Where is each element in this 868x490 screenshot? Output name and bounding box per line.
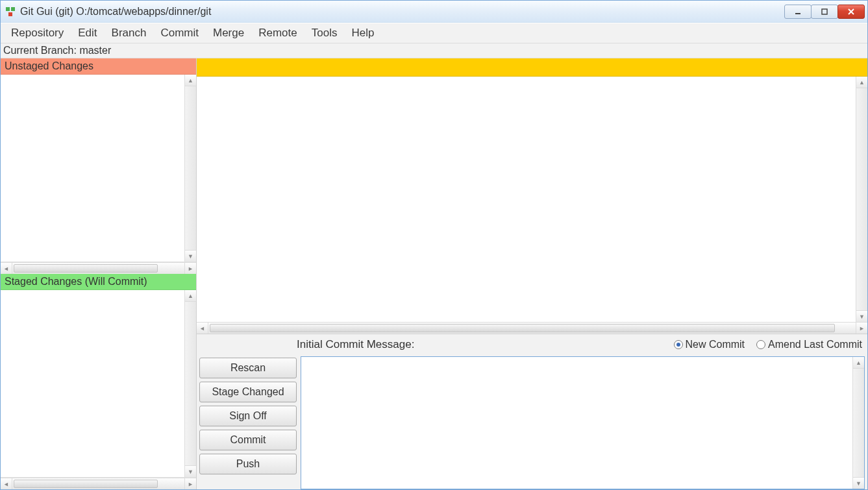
window-title: Git Gui (git) O:/tomcat/webapps/dinner/g… — [20, 6, 785, 18]
commit-message-textarea[interactable] — [301, 357, 852, 489]
scroll-up-icon[interactable]: ▲ — [185, 290, 196, 302]
close-button[interactable] — [837, 5, 865, 19]
current-branch-label: Current Branch: master — [1, 43, 867, 58]
diff-view[interactable]: ▲ ▼ — [197, 77, 867, 322]
commit-type-radio-group: New Commit Amend Last Commit — [674, 339, 863, 350]
radio-new-commit[interactable]: New Commit — [674, 339, 745, 350]
svg-rect-2 — [8, 12, 12, 16]
menu-branch[interactable]: Branch — [105, 25, 153, 42]
scroll-right-icon[interactable]: ► — [184, 478, 196, 489]
scroll-down-icon[interactable]: ▼ — [856, 310, 867, 322]
commit-panel: Initial Commit Message: New Commit Amend… — [197, 334, 867, 489]
git-gui-app-icon — [5, 6, 16, 18]
stage-changed-button[interactable]: Stage Changed — [199, 382, 297, 402]
menubar: Repository Edit Branch Commit Merge Remo… — [1, 23, 867, 43]
push-button[interactable]: Push — [199, 454, 297, 474]
scroll-left-icon[interactable]: ◄ — [1, 478, 12, 489]
menu-help[interactable]: Help — [345, 25, 380, 42]
menu-tools[interactable]: Tools — [305, 25, 344, 42]
right-column: ▲ ▼ ◄ ► Initial Commit Message: — [197, 58, 867, 489]
radio-amend-last-commit[interactable]: Amend Last Commit — [756, 339, 862, 350]
scroll-left-icon[interactable]: ◄ — [197, 323, 208, 334]
staged-vertical-scrollbar[interactable]: ▲ ▼ — [184, 290, 196, 477]
unstaged-changes-header: Unstaged Changes — [1, 58, 196, 75]
scroll-up-icon[interactable]: ▲ — [853, 357, 864, 369]
scroll-up-icon[interactable]: ▲ — [185, 75, 196, 86]
scroll-down-icon[interactable]: ▼ — [853, 477, 864, 489]
diff-horizontal-scrollbar[interactable]: ◄ ► — [197, 322, 867, 334]
titlebar: Git Gui (git) O:/tomcat/webapps/dinner/g… — [1, 1, 867, 23]
commit-button[interactable]: Commit — [199, 430, 297, 450]
left-column: Unstaged Changes ▲ ▼ ◄ ► Staged Changes … — [1, 58, 197, 489]
radio-dot-icon — [756, 340, 765, 349]
radio-amend-label: Amend Last Commit — [768, 339, 862, 350]
menu-commit[interactable]: Commit — [154, 25, 205, 42]
rescan-button[interactable]: Rescan — [199, 358, 297, 378]
diff-vertical-scrollbar[interactable]: ▲ ▼ — [856, 77, 867, 322]
commit-message-container: ▲ ▼ — [301, 356, 865, 489]
menu-edit[interactable]: Edit — [71, 25, 103, 42]
content-area: Unstaged Changes ▲ ▼ ◄ ► Staged Changes … — [1, 58, 867, 489]
sign-off-button[interactable]: Sign Off — [199, 406, 297, 426]
unstaged-vertical-scrollbar[interactable]: ▲ ▼ — [184, 75, 196, 262]
radio-dot-icon — [674, 340, 683, 349]
scroll-right-icon[interactable]: ► — [184, 263, 196, 274]
svg-rect-1 — [11, 7, 15, 11]
commit-message-prompt: Initial Commit Message: — [297, 338, 665, 351]
unstaged-horizontal-scrollbar[interactable]: ◄ ► — [1, 262, 196, 274]
maximize-button[interactable] — [811, 5, 838, 19]
svg-rect-0 — [6, 7, 10, 11]
scroll-left-icon[interactable]: ◄ — [1, 263, 12, 274]
staged-changes-header: Staged Changes (Will Commit) — [1, 274, 196, 290]
commit-msg-vertical-scrollbar[interactable]: ▲ ▼ — [852, 357, 864, 489]
commit-button-column: Rescan Stage Changed Sign Off Commit Pus… — [199, 356, 297, 489]
scroll-down-icon[interactable]: ▼ — [185, 465, 196, 477]
diff-header-bar — [197, 58, 867, 77]
scroll-right-icon[interactable]: ► — [856, 323, 867, 334]
scroll-down-icon[interactable]: ▼ — [185, 250, 196, 262]
scroll-up-icon[interactable]: ▲ — [856, 77, 867, 88]
staged-changes-list[interactable]: ▲ ▼ — [1, 290, 196, 478]
window-root: Git Gui (git) O:/tomcat/webapps/dinner/g… — [0, 0, 868, 490]
minimize-button[interactable] — [784, 5, 812, 19]
radio-new-commit-label: New Commit — [686, 339, 745, 350]
svg-rect-4 — [822, 9, 827, 14]
menu-remote[interactable]: Remote — [252, 25, 304, 42]
staged-horizontal-scrollbar[interactable]: ◄ ► — [1, 478, 196, 489]
unstaged-changes-list[interactable]: ▲ ▼ — [1, 75, 196, 262]
menu-merge[interactable]: Merge — [206, 25, 251, 42]
menu-repository[interactable]: Repository — [5, 25, 70, 42]
window-controls — [785, 5, 865, 19]
